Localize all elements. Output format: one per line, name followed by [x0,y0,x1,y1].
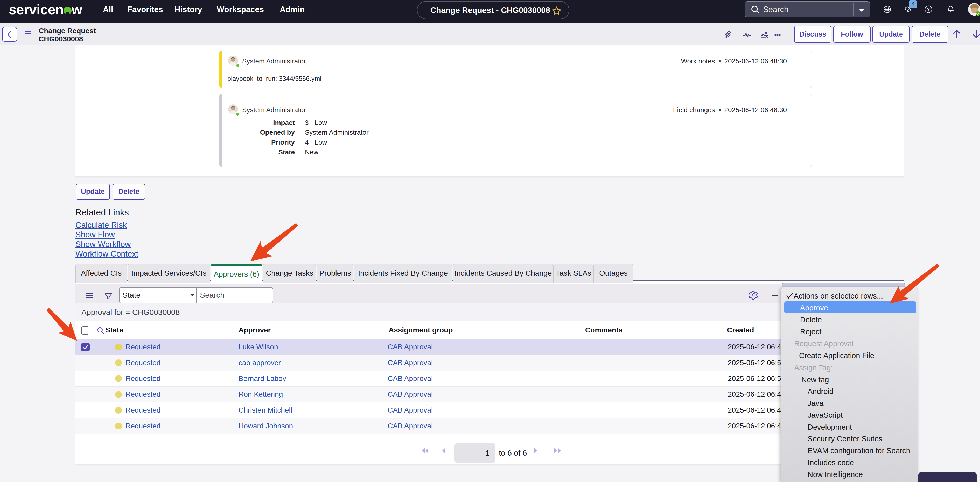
svg-text:?: ? [927,7,930,12]
